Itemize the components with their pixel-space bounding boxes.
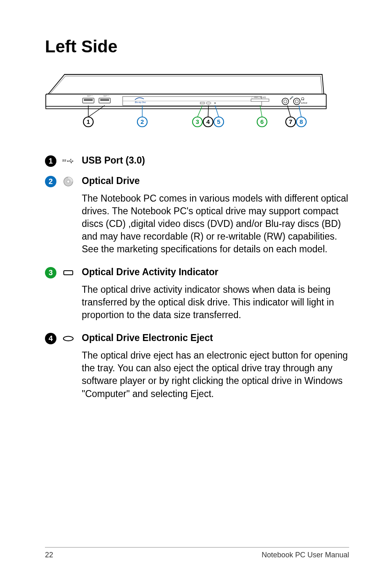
svg-rect-14: [251, 99, 269, 101]
item-number-badge: 3: [45, 267, 56, 278]
svg-text:1: 1: [87, 118, 90, 125]
svg-text:ss⟸: ss⟸: [87, 94, 93, 97]
svg-point-55: [67, 180, 70, 183]
svg-rect-3: [84, 99, 92, 101]
item-body-text: The optical drive eject has an electroni…: [45, 349, 349, 400]
svg-text:5: 5: [217, 118, 220, 125]
svg-text:🎤: 🎤: [289, 96, 294, 100]
svg-text:Blu-ray Disc: Blu-ray Disc: [135, 101, 146, 103]
item-heading: Optical Drive Electronic Eject: [82, 332, 213, 344]
svg-text:2: 2: [141, 118, 144, 125]
item-number-badge: 4: [45, 333, 56, 344]
svg-text:7: 7: [289, 118, 292, 125]
list-item: 3 Optical Drive Activity Indicator: [45, 266, 349, 278]
footer-text: Notebook PC User Manual: [262, 551, 349, 559]
svg-line-27: [208, 105, 208, 117]
svg-text:8: 8: [300, 118, 303, 125]
svg-text:SS: SS: [62, 159, 66, 162]
svg-rect-5: [101, 99, 109, 101]
svg-rect-56: [64, 271, 73, 275]
item-number-badge: 2: [45, 176, 56, 187]
svg-text:6: 6: [260, 118, 264, 125]
svg-text:S/PDIF: S/PDIF: [301, 102, 307, 104]
svg-text:4: 4: [206, 118, 210, 125]
svg-text:🎧: 🎧: [301, 97, 305, 101]
svg-point-52: [70, 159, 72, 160]
laptop-illustration: ss⟸ ss⟸ Blu-ray Disc ▢ MMC.SD.MS 🎤 🎧 S/P…: [45, 73, 327, 130]
svg-text:3: 3: [196, 118, 199, 125]
item-body-text: The Notebook PC comes in various models …: [45, 192, 349, 256]
item-number-badge: 1: [45, 155, 56, 167]
list-item: 2 Optical Drive: [45, 175, 349, 187]
indicator-rect-icon: [62, 267, 74, 278]
svg-rect-53: [71, 162, 72, 164]
eject-oval-icon: [62, 333, 74, 344]
page-title: Left Side: [45, 37, 349, 56]
usb-ss-icon: SS: [62, 156, 74, 166]
page-number: 22: [45, 551, 53, 559]
item-body-text: The optical drive activity indicator sho…: [45, 283, 349, 321]
item-heading: Optical Drive: [82, 175, 140, 187]
list-item: 1 SS USB Port (3.0): [45, 155, 349, 167]
disc-icon: [62, 176, 74, 187]
laptop-left-side-figure: ss⟸ ss⟸ Blu-ray Disc ▢ MMC.SD.MS 🎤 🎧 S/P…: [45, 73, 327, 130]
svg-rect-1: [46, 106, 326, 109]
svg-point-13: [215, 103, 216, 104]
svg-text:▢ MMC.SD.MS: ▢ MMC.SD.MS: [251, 96, 266, 99]
svg-marker-51: [72, 160, 73, 162]
item-list: 1 SS USB Port (3.0) 2 Optical Dr: [45, 155, 349, 400]
list-item: 4 Optical Drive Electronic Eject: [45, 332, 349, 344]
svg-point-57: [63, 337, 73, 341]
item-heading: USB Port (3.0): [82, 155, 145, 167]
item-heading: Optical Drive Activity Indicator: [82, 266, 218, 278]
page-footer: 22 Notebook PC User Manual: [45, 547, 349, 559]
svg-text:ss⟸: ss⟸: [103, 94, 110, 97]
